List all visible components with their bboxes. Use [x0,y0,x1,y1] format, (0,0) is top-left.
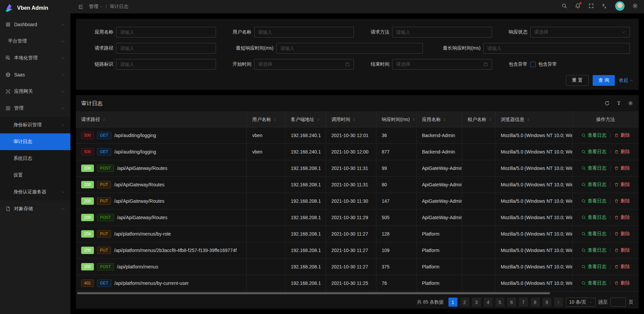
app-logo[interactable]: Vben Admin [0,0,70,16]
view-log-button[interactable]: 查看日志 [581,214,606,221]
fullscreen-button[interactable] [588,3,594,10]
cell-app-name-text: Backend-Admin [422,149,455,154]
settings-button[interactable] [632,3,638,10]
reset-button[interactable]: 重 置 [566,75,589,86]
query-button[interactable]: 查 询 [593,75,615,86]
delete-button[interactable]: 删除 [614,182,630,188]
column-header-5[interactable]: 应用名称 [417,112,462,127]
sidebar-item-identity-management[interactable]: 身份标识管理 [0,117,70,133]
cell-call-time: 2021-10-30 12:00 [326,144,376,160]
page-button-7[interactable]: 7 [519,298,528,307]
notifications-button[interactable] [575,3,581,10]
page-button-4[interactable]: 4 [484,298,493,307]
sidebar-item-object-storage[interactable]: 对象存储 [0,200,70,217]
column-header-0[interactable]: 请求路径 [76,112,247,127]
table-toolbar [604,101,633,107]
page-button-1[interactable]: 1 [448,298,458,307]
method-badge: POST [97,165,114,172]
view-log-label: 查看日志 [588,132,606,138]
page-button-2[interactable]: 2 [460,298,469,307]
sidebar-item-settings[interactable]: 设置 [0,167,70,184]
page-button-5[interactable]: 5 [495,298,504,307]
row-height-button[interactable] [616,101,622,107]
column-header-2[interactable]: 客户端地址 [285,112,326,127]
request-path-input[interactable] [116,43,216,54]
search-button[interactable] [561,3,567,10]
sidebar-item-manage[interactable]: 管理 [0,100,70,117]
view-log-button[interactable]: 查看日志 [581,165,606,171]
breadcrumb-separator: / [106,4,107,9]
sidebar-item-localization[interactable]: 本地化管理 [0,50,70,66]
sidebar-item-audit-log[interactable]: 审计日志 [0,133,70,150]
jump-page-input[interactable] [610,298,626,307]
action-divider [610,264,610,269]
column-header-1[interactable]: 用户名称 [247,112,285,127]
user-avatar[interactable] [615,1,625,12]
trace-id-input[interactable] [116,59,216,70]
delete-button[interactable]: 删除 [614,231,630,237]
view-log-button[interactable]: 查看日志 [581,280,606,286]
delete-button[interactable]: 删除 [614,264,630,270]
page-button-9[interactable]: 9 [542,298,551,307]
delete-button[interactable]: 删除 [614,132,630,138]
app-name-input[interactable] [116,27,216,38]
sidebar-item-dashboard[interactable]: Dashboard [0,16,70,33]
row-height-icon [616,101,622,106]
cell-actions: 查看日志删除 [573,275,639,292]
field-label: 最长响应时间(ms) [426,45,483,51]
page-button-6[interactable]: 6 [507,298,516,307]
method-badge: GET [97,148,111,155]
page-button-8[interactable]: 8 [531,298,540,307]
has-exception-checkbox[interactable] [530,62,536,67]
start-time-datepicker[interactable]: 请选择 [254,59,354,70]
sidebar-item-saas[interactable]: Saas [0,66,70,83]
delete-button[interactable]: 删除 [614,247,630,253]
cell-tenant-name [462,193,495,209]
delete-button[interactable]: 删除 [614,280,630,286]
column-header-3[interactable]: 调用时间 [326,112,376,127]
column-header-6[interactable]: 租户名称 [462,112,495,127]
view-log-button[interactable]: 查看日志 [581,231,606,237]
cell-tenant-name [462,177,495,193]
response-status-select[interactable]: 请选择 [530,27,630,38]
sidebar-item-auth-server[interactable]: 身份认证服务器 [0,184,70,200]
view-log-label: 查看日志 [588,231,606,237]
caret-sort-icon [353,118,356,121]
column-header-7[interactable]: 浏览器信息 [495,112,573,127]
page-button-3[interactable]: 3 [472,298,481,307]
menu-fold-icon[interactable] [78,4,84,10]
column-settings-button[interactable] [628,101,633,107]
translate-button[interactable]: 文A [602,3,607,10]
view-log-button[interactable]: 查看日志 [581,149,606,155]
delete-button[interactable]: 删除 [614,214,630,221]
translate-icon: 文A [602,3,607,9]
next-page-button[interactable] [554,298,563,307]
view-log-button[interactable]: 查看日志 [581,264,606,270]
sidebar-item-platform[interactable]: 平台管理 [0,33,70,50]
column-header-4[interactable]: 响应时间(ms) [376,112,417,127]
delete-button[interactable]: 删除 [614,165,630,171]
view-log-button[interactable]: 查看日志 [581,182,606,188]
delete-button[interactable]: 删除 [614,198,630,204]
view-log-button[interactable]: 查看日志 [581,247,606,253]
view-log-button[interactable]: 查看日志 [581,198,606,204]
sidebar-item-system-log[interactable]: 系统日志 [0,150,70,167]
page-size-select[interactable]: 10 条/页 [566,298,596,307]
scrollbar-thumb[interactable] [77,292,550,294]
magnifier-icon [581,166,586,171]
user-name-input[interactable] [254,27,354,38]
cell-response-time: 877 [376,144,417,160]
refresh-button[interactable] [604,101,610,107]
horizontal-scrollbar[interactable] [76,292,639,295]
request-method-input[interactable] [392,27,492,38]
collapse-link[interactable]: 收起 [619,77,633,83]
min-response-time-input[interactable] [276,43,423,54]
end-time-datepicker[interactable]: 请选择 [392,59,492,70]
breadcrumb-section[interactable]: 管理 [89,4,103,10]
caret-sort-icon [317,118,320,121]
max-response-time-input[interactable] [483,43,630,54]
delete-label: 删除 [621,214,630,221]
sidebar-item-gateway[interactable]: 应用网关 [0,83,70,100]
delete-button[interactable]: 删除 [614,149,630,155]
view-log-button[interactable]: 查看日志 [581,132,606,138]
